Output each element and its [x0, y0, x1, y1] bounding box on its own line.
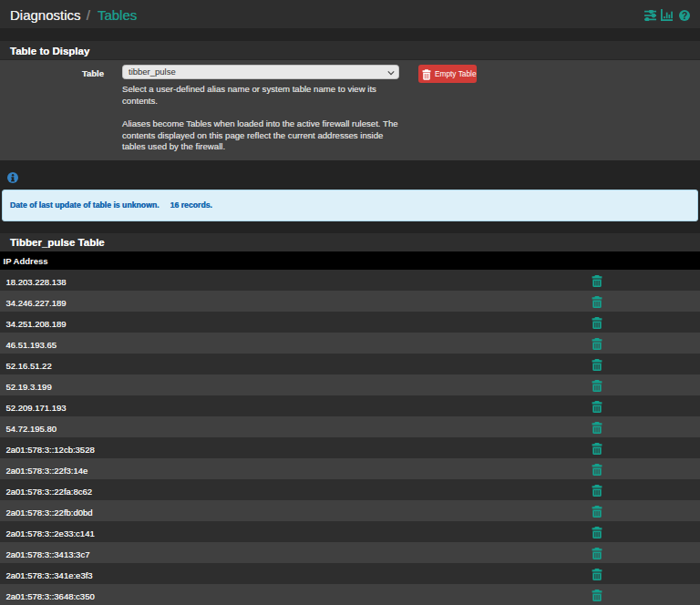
svg-text:?: ? [682, 10, 687, 21]
